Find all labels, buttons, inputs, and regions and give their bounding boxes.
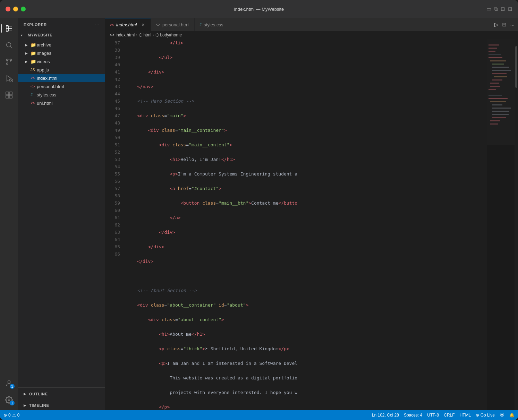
- svg-point-14: [8, 399, 10, 401]
- status-right: Ln 102, Col 28 Spaces: 4 UTF-8 CRLF HTML…: [372, 412, 515, 418]
- account-activity-icon[interactable]: 1: [1, 376, 17, 391]
- spaces-label: Spaces: 4: [404, 413, 422, 418]
- spaces-status[interactable]: Spaces: 4: [404, 413, 422, 418]
- minimap: [487, 39, 515, 410]
- sidebar-icon[interactable]: ⊟: [501, 6, 505, 12]
- tab-stylescss[interactable]: # styles.css: [195, 18, 236, 31]
- go-live-label: ⊕ Go Live: [476, 413, 495, 418]
- errors-status[interactable]: ⊗ 0 ⚠ 0: [3, 413, 19, 418]
- source-control-activity-icon[interactable]: [1, 54, 17, 69]
- window-controls: [6, 7, 26, 11]
- error-icon: ⊗: [3, 413, 7, 418]
- sidebar: EXPLORER ··· ▾ MYWEBSITE ▶ 📁 archive ▶ 📁…: [18, 18, 105, 410]
- folder-icon: 📁: [31, 42, 37, 48]
- stylescss-label: styles.css: [37, 92, 56, 97]
- sidebar-item-videos[interactable]: ▶ 📁 videos: [18, 57, 105, 66]
- timeline-section: ▶ TIMELINE: [18, 399, 105, 410]
- images-label: images: [37, 51, 51, 56]
- svg-point-3: [6, 59, 8, 61]
- folder-icon: 📁: [31, 59, 37, 64]
- split-editor-icon[interactable]: ⊟: [502, 22, 507, 28]
- breadcrumb-body[interactable]: ⬡ body#home: [155, 33, 182, 37]
- tab-icon-personal: <>: [156, 23, 160, 27]
- sidebar-item-appjs[interactable]: ▶ JS app.js: [18, 66, 105, 74]
- outline-label: OUTLINE: [29, 392, 48, 396]
- extensions-activity-icon[interactable]: [1, 87, 17, 103]
- svg-line-8: [11, 80, 12, 82]
- error-count: 0: [8, 413, 11, 418]
- line-col-status[interactable]: Ln 102, Col 28: [372, 413, 399, 418]
- tab-indexhtml[interactable]: <> index.html ✕: [105, 18, 151, 31]
- svg-marker-6: [7, 76, 11, 82]
- main-layout: 1 1 EXPLORER ··· ▾ MYWEBSITE: [0, 18, 518, 410]
- html-file-icon: <>: [31, 76, 37, 80]
- sidebar-item-images[interactable]: ▶ 📁 images: [18, 49, 105, 57]
- remote-icon: [500, 412, 504, 418]
- personalhtml-label: personal.html: [37, 84, 64, 89]
- tab-close-index[interactable]: ✕: [140, 22, 146, 28]
- go-live-status[interactable]: ⊕ Go Live: [476, 413, 495, 418]
- more-actions-icon[interactable]: ···: [510, 22, 515, 28]
- tab-label-personal: personal.html: [162, 22, 189, 27]
- grid-icon[interactable]: ⊞: [508, 6, 512, 12]
- breadcrumb-html[interactable]: ⬡ html: [139, 33, 151, 37]
- search-activity-icon[interactable]: [1, 37, 17, 53]
- uni-file-icon: <>: [31, 101, 37, 105]
- encoding-status[interactable]: UTF-8: [427, 413, 439, 418]
- svg-point-1: [7, 43, 11, 47]
- settings-badge: 1: [10, 401, 15, 405]
- activity-bottom: 1 1: [1, 376, 17, 410]
- vertical-scrollbar[interactable]: [515, 39, 518, 410]
- warning-icon: ⚠: [12, 413, 16, 418]
- encoding-label: UTF-8: [427, 413, 439, 418]
- remote-status[interactable]: [500, 412, 504, 418]
- sidebar-item-indexhtml[interactable]: ▶ <> index.html: [18, 74, 105, 82]
- settings-activity-icon[interactable]: 1: [1, 392, 17, 408]
- project-chevron: ▾: [21, 33, 26, 37]
- tab-personalhtml[interactable]: <> personal.html: [151, 18, 195, 31]
- svg-rect-12: [9, 95, 12, 98]
- sidebar-item-stylescss[interactable]: ▶ # styles.css: [18, 91, 105, 99]
- run-activity-icon[interactable]: [1, 71, 17, 86]
- explorer-activity-icon[interactable]: [1, 21, 17, 36]
- split-icon[interactable]: ⧉: [494, 6, 498, 12]
- status-bar: ⊗ 0 ⚠ 0 Ln 102, Col 28 Spaces: 4 UTF-8 C…: [0, 410, 518, 420]
- appjs-label: app.js: [37, 67, 49, 72]
- sidebar-item-unihtml[interactable]: ▶ <> uni.html: [18, 99, 105, 107]
- timeline-chevron: ▶: [24, 404, 29, 407]
- timeline-header[interactable]: ▶ TIMELINE: [18, 402, 105, 409]
- timeline-label: TIMELINE: [29, 403, 49, 408]
- window-title: index.html — MyWebsite: [234, 7, 284, 12]
- images-chevron: ▶: [25, 51, 31, 55]
- run-button[interactable]: ▷: [494, 22, 499, 28]
- code-content[interactable]: </li> </ul> </div> </nav> <!-- Hero Sect…: [123, 39, 487, 410]
- close-button[interactable]: [6, 7, 10, 11]
- notifications-status[interactable]: 🔔: [509, 413, 515, 418]
- code-editor[interactable]: 37 38 39 40 41 42 43 44 45 46 47 48 49 5…: [105, 39, 518, 410]
- outline-section: ▶ OUTLINE: [18, 387, 105, 399]
- scrollbar-thumb[interactable]: [515, 46, 517, 88]
- language-status[interactable]: HTML: [460, 413, 471, 418]
- layout-icon[interactable]: ▭: [486, 6, 491, 12]
- videos-chevron: ▶: [25, 60, 31, 63]
- project-header[interactable]: ▾ MYWEBSITE: [18, 31, 105, 39]
- warning-count: 0: [17, 413, 20, 418]
- more-options-icon[interactable]: ···: [95, 22, 99, 27]
- line-ending-status[interactable]: CRLF: [444, 413, 455, 418]
- sidebar-item-archive[interactable]: ▶ 📁 archive: [18, 41, 105, 49]
- indexhtml-label: index.html: [37, 76, 57, 81]
- line-ending-label: CRLF: [444, 413, 455, 418]
- line-col-label: Ln 102, Col 28: [372, 413, 399, 418]
- bell-icon: 🔔: [509, 413, 515, 418]
- sidebar-item-personalhtml[interactable]: ▶ <> personal.html: [18, 82, 105, 91]
- js-file-icon: JS: [31, 68, 37, 72]
- svg-line-2: [10, 46, 12, 48]
- account-badge: 1: [10, 384, 15, 389]
- maximize-button[interactable]: [21, 7, 26, 11]
- outline-header[interactable]: ▶ OUTLINE: [18, 391, 105, 397]
- titlebar-actions: ▭ ⧉ ⊟ ⊞: [486, 6, 512, 12]
- breadcrumb-file[interactable]: <> index.html: [110, 33, 135, 37]
- explorer-title: EXPLORER: [24, 23, 47, 27]
- tab-label-styles: styles.css: [204, 22, 223, 27]
- minimize-button[interactable]: [13, 7, 18, 11]
